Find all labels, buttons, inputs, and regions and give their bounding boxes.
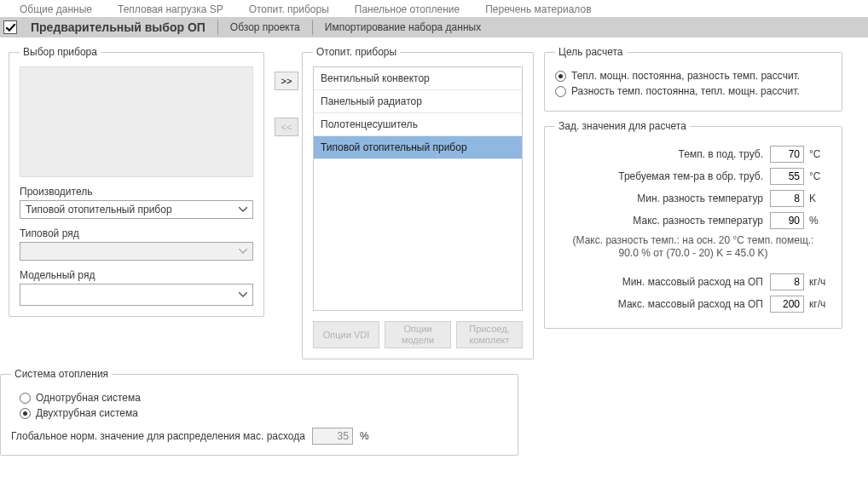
mass-max-input[interactable]	[770, 296, 804, 313]
goal-option-2[interactable]: Разность темп. постоянна, тепл. мощн. ра…	[555, 85, 831, 97]
main-content: Выбор прибора Производитель Типовой отоп…	[0, 37, 868, 368]
mass-max-unit: кг/ч	[809, 298, 831, 310]
heating-system-legend: Система отопления	[11, 368, 112, 380]
system-option-2[interactable]: Двухтрубная система	[20, 407, 507, 419]
move-left-button[interactable]: <<	[275, 118, 298, 136]
calc-goal-group: Цель расчета Тепл. мощн. постоянна, разн…	[544, 46, 842, 112]
tab-general-data[interactable]: Общие данные	[7, 0, 105, 17]
connection-kit-button[interactable]: Присоед. комплект	[456, 321, 523, 348]
supply-temp-label: Темп. в под. труб.	[555, 148, 765, 160]
list-item[interactable]: Вентильный конвектор	[314, 67, 522, 90]
heaters-group: Отопит. приборы Вентильный конвектор Пан…	[302, 46, 534, 359]
dt-min-input[interactable]	[770, 190, 804, 207]
model-options-button[interactable]: Опции модели	[385, 321, 451, 348]
return-temp-unit: °C	[809, 170, 831, 182]
toolbar-overview[interactable]: Обзор проекта	[222, 17, 309, 37]
device-image-placeholder	[20, 66, 253, 177]
dt-max-unit: %	[809, 215, 831, 227]
supply-temp-input[interactable]	[770, 146, 804, 163]
mass-min-input[interactable]	[770, 273, 804, 290]
heating-system-group: Система отопления Однотрубная система Дв…	[0, 368, 518, 456]
device-selection-legend: Выбор прибора	[20, 46, 101, 58]
radio-icon	[555, 71, 566, 82]
list-item[interactable]: Типовой отопительный прибор	[314, 136, 522, 159]
dt-max-input[interactable]	[770, 212, 804, 229]
manufacturer-combo[interactable]: Типовой отопительный прибор	[20, 200, 253, 219]
chevron-down-icon	[235, 203, 251, 216]
heaters-legend: Отопит. приборы	[313, 46, 400, 58]
system-option-1-label: Однотрубная система	[36, 392, 141, 404]
system-option-1[interactable]: Однотрубная система	[20, 392, 507, 404]
toolbar-sep	[217, 20, 218, 35]
type-series-combo[interactable]	[20, 242, 253, 261]
manufacturer-label: Производитель	[20, 186, 253, 198]
preselect-checkbox[interactable]	[3, 20, 17, 34]
setpoints-note-2: 90.0 % от (70.0 - 20) K = 45.0 K)	[555, 247, 831, 260]
radio-icon	[20, 393, 31, 404]
radio-icon	[555, 86, 566, 97]
tab-panel-heating[interactable]: Панельное отопление	[342, 0, 472, 17]
tab-heating-devices[interactable]: Отопит. приборы	[236, 0, 342, 17]
goal-option-2-label: Разность темп. постоянна, тепл. мощн. ра…	[571, 85, 800, 97]
system-option-2-label: Двухтрубная система	[36, 407, 138, 419]
model-series-combo[interactable]	[20, 284, 253, 306]
supply-temp-unit: °C	[809, 148, 831, 160]
setpoints-group: Зад. значения для расчета Темп. в под. т…	[544, 120, 842, 329]
model-series-label: Модельный ряд	[20, 269, 253, 281]
radio-icon	[20, 408, 31, 419]
chevron-down-icon	[235, 244, 251, 258]
tab-heat-load-sp[interactable]: Тепловая нагрузка SP	[105, 0, 236, 17]
global-norm-unit: %	[360, 430, 369, 442]
heaters-list[interactable]: Вентильный конвектор Панельный радиатор …	[313, 66, 523, 311]
type-series-label: Типовой ряд	[20, 227, 253, 239]
toolbar-import[interactable]: Импортирование набора данных	[316, 17, 489, 37]
move-right-button[interactable]: >>	[275, 72, 298, 90]
list-item[interactable]: Панельный радиатор	[314, 90, 522, 113]
list-item[interactable]: Полотенцесушитель	[314, 113, 522, 136]
dt-max-label: Макс. разность температур	[555, 215, 765, 227]
setpoints-legend: Зад. значения для расчета	[555, 120, 690, 132]
return-temp-label: Требуемая тем-ра в обр. труб.	[555, 170, 765, 182]
calc-goal-legend: Цель расчета	[555, 46, 627, 58]
toolbar: Предварительный выбор ОП Обзор проекта И…	[0, 17, 868, 37]
toolbar-preselect[interactable]: Предварительный выбор ОП	[22, 17, 214, 37]
dt-min-unit: K	[809, 193, 831, 204]
vdi-options-button[interactable]: Опции VDI	[313, 321, 379, 348]
global-norm-input	[312, 428, 353, 445]
device-selection-group: Выбор прибора Производитель Типовой отоп…	[9, 46, 264, 317]
mass-max-label: Макс. массовый расход на ОП	[555, 298, 765, 310]
mass-min-unit: кг/ч	[809, 276, 831, 288]
manufacturer-value: Типовой отопительный прибор	[26, 204, 172, 216]
return-temp-input[interactable]	[770, 168, 804, 185]
goal-option-1-label: Тепл. мощн. постоянна, разность темп. ра…	[571, 70, 800, 82]
dt-min-label: Мин. разность температур	[555, 193, 765, 204]
chevron-down-icon	[235, 288, 251, 302]
toolbar-sep	[312, 20, 313, 35]
goal-option-1[interactable]: Тепл. мощн. постоянна, разность темп. ра…	[555, 70, 831, 82]
mass-min-label: Мин. массовый расход на ОП	[555, 276, 765, 288]
top-tab-strip: Общие данные Тепловая нагрузка SP Отопит…	[0, 0, 868, 17]
global-norm-label: Глобальное норм. значение для распределе…	[11, 430, 305, 442]
tab-materials-list[interactable]: Перечень материалов	[472, 0, 604, 17]
setpoints-note-1: (Макс. разность темп.: на осн. 20 °C тем…	[555, 234, 831, 247]
